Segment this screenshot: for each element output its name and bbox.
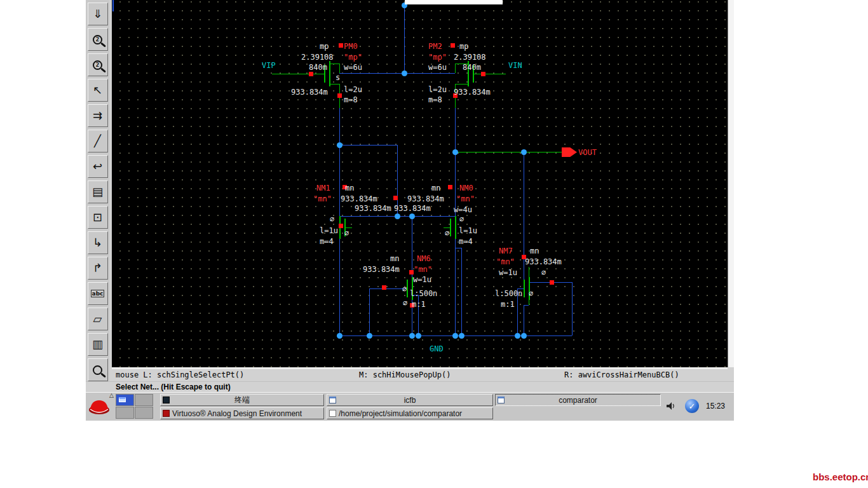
solder-dot — [367, 333, 372, 339]
virtuoso-window: ⇓22↖⇉╱↩▤⊡↳↱abc▱▥ mp2.39108840m933.834mw=… — [86, 0, 734, 421]
instance-label: "mn" — [313, 194, 332, 203]
panel-expand-arrow[interactable]: △ — [109, 392, 114, 398]
param-label: m:1 — [501, 300, 515, 309]
wire[interactable] — [524, 152, 524, 280]
instance-button[interactable]: ⊡ — [88, 206, 108, 229]
workspace-3[interactable] — [116, 407, 134, 419]
workspace-2[interactable] — [135, 394, 153, 406]
taskbar-button-5[interactable]: /home/project/simulation/comparator — [327, 407, 493, 419]
cmd-options-button[interactable]: ▥ — [88, 333, 108, 356]
wire[interactable] — [272, 74, 324, 74]
wire[interactable] — [524, 305, 524, 336]
param-label: 933.834m — [341, 194, 377, 203]
instance-pin[interactable] — [382, 285, 386, 290]
wire[interactable] — [524, 305, 529, 306]
param-label: ∅ — [541, 268, 546, 277]
workspace-4[interactable] — [135, 407, 153, 419]
param-label: m=8 — [428, 95, 442, 104]
param-label: ∅ — [459, 215, 464, 224]
wire[interactable] — [572, 282, 573, 336]
wire[interactable] — [404, 5, 405, 73]
solder-dot — [521, 333, 527, 339]
delete-button[interactable]: ╱ — [88, 130, 108, 152]
net-label: VIN — [508, 61, 522, 70]
instance-pin[interactable] — [393, 196, 398, 200]
wire[interactable] — [461, 248, 462, 336]
taskbar-button-1[interactable]: 终端 — [160, 394, 324, 406]
wire[interactable] — [344, 227, 352, 228]
stretch-button[interactable]: ↖ — [88, 79, 108, 102]
instance-pin[interactable] — [550, 280, 554, 285]
status-prompt: Select Net... (Hit Escape to quit) — [86, 381, 734, 392]
wire[interactable] — [329, 64, 339, 64]
property-button[interactable]: ▤ — [88, 180, 108, 203]
volume-icon[interactable] — [666, 401, 676, 411]
wire[interactable] — [524, 280, 525, 297]
wire[interactable] — [450, 219, 451, 236]
instance-pin[interactable] — [339, 43, 343, 48]
param-label: 933.834m — [525, 257, 562, 266]
wire[interactable] — [369, 288, 370, 336]
taskbar-button-label: 终端 — [234, 395, 250, 405]
delete-icon: ╱ — [94, 135, 101, 147]
wire[interactable] — [455, 64, 456, 73]
redhat-menu-icon[interactable] — [88, 395, 111, 416]
wire[interactable] — [473, 74, 506, 74]
wire[interactable] — [444, 227, 450, 228]
schematic-canvas[interactable]: mp2.39108840m933.834mw=6ul=2um=8smp2.391… — [112, 0, 728, 367]
check-and-save-button[interactable]: ⇓ — [88, 3, 108, 25]
wire[interactable] — [529, 300, 529, 305]
wire-label-button[interactable]: abc — [88, 282, 108, 305]
wire[interactable] — [529, 267, 529, 277]
instance-pin[interactable] — [409, 270, 414, 274]
wire[interactable] — [369, 288, 407, 289]
solder-dot — [409, 333, 415, 339]
taskbar-button-2[interactable]: icfb — [327, 394, 493, 406]
wire-wide-button[interactable]: ↱ — [88, 257, 108, 280]
param-label: w=4u — [454, 205, 472, 214]
taskbar-button-4[interactable]: Virtuoso® Analog Design Environment — [160, 407, 324, 419]
wire[interactable] — [339, 145, 397, 146]
instance-label: PM2 — [428, 42, 442, 51]
zoom-to-fit-button[interactable] — [88, 358, 108, 381]
instance-label: "mn" — [496, 257, 515, 266]
wire[interactable] — [407, 280, 408, 297]
wire[interactable] — [412, 216, 412, 277]
undo-button[interactable]: ↩ — [88, 155, 108, 178]
wire[interactable] — [455, 248, 461, 248]
instance-icon: ⊡ — [93, 212, 102, 223]
taskbar-button-3[interactable]: comparator — [495, 394, 661, 406]
assistant-orb-icon[interactable]: ✓ — [685, 399, 699, 413]
wire[interactable] — [329, 61, 330, 86]
param-label: w=1u — [499, 268, 517, 277]
instance-pin[interactable] — [451, 43, 455, 48]
wire[interactable] — [112, 0, 114, 11]
pin-button[interactable]: ▱ — [88, 308, 108, 330]
instance-pin[interactable] — [309, 72, 313, 76]
wire[interactable] — [455, 152, 562, 152]
wire[interactable] — [339, 73, 455, 74]
canvas-right-scroll-strip[interactable] — [728, 0, 734, 367]
instance-label: VOUT — [578, 148, 597, 157]
net-label: GND — [430, 344, 444, 353]
wire[interactable] — [329, 84, 339, 85]
wire[interactable] — [455, 216, 456, 239]
solder-dot — [515, 333, 520, 339]
wire-narrow-button[interactable]: ↳ — [88, 231, 108, 254]
workspace-1[interactable] — [116, 394, 134, 406]
vout-port-arrow[interactable] — [562, 147, 577, 157]
wire[interactable] — [339, 64, 340, 73]
param-label: 840m — [309, 63, 327, 72]
instance-pin[interactable] — [337, 93, 342, 98]
window-icon — [498, 396, 505, 403]
wire-narrow-icon: ↳ — [93, 237, 102, 248]
copy-button[interactable]: ⇉ — [88, 104, 108, 127]
wire[interactable] — [455, 84, 468, 85]
zoom-in-2x-button[interactable]: 2 — [88, 28, 108, 51]
param-label: mn — [345, 184, 354, 193]
instance-pin[interactable] — [448, 185, 452, 189]
property-icon: ▤ — [92, 186, 103, 198]
instance-pin[interactable] — [481, 72, 485, 76]
instance-pin[interactable] — [339, 224, 343, 228]
zoom-out-2x-button[interactable]: 2 — [88, 53, 108, 76]
